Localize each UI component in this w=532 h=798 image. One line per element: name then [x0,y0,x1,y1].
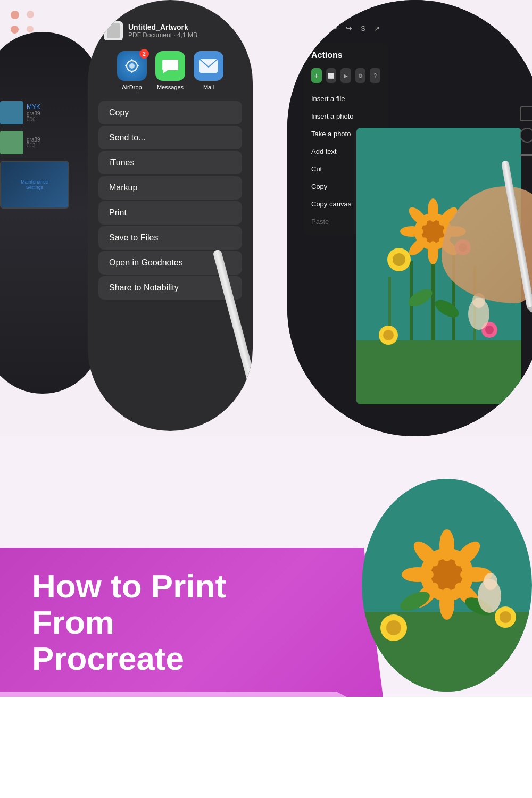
actions-title: Actions [303,48,388,65]
right-procreate-oval: Gallery ↩ ↪ S ↗ ⋯ Actions + ⬜ ▶ ⚙ ? Inse… [287,0,532,436]
messages-label: Messages [157,84,184,90]
svg-point-15 [428,241,438,264]
brush-size-btn[interactable] [520,128,532,143]
dot-4 [27,26,34,32]
help-btn[interactable]: ? [370,68,380,83]
add-btn[interactable]: + [311,68,322,83]
gallery-button[interactable]: Gallery [301,24,322,32]
svg-point-45 [386,620,401,635]
layer-btn[interactable] [520,106,532,121]
svg-point-42 [402,567,434,582]
selection-icon[interactable]: S [361,24,365,32]
mail-icon[interactable] [194,51,223,81]
dot-3 [11,26,19,34]
gallery-thumb-1 [0,101,23,124]
title-line3: Procreate [32,641,226,677]
actions-toolbar-row: + ⬜ ▶ ⚙ ? [303,65,388,86]
gallery-thumb-2 [0,131,23,154]
gallery-item-2: gra39 013 [0,131,85,154]
svg-point-1 [129,63,135,69]
left-tablet-oval: MYK gra39 006 gra39 013 MaintenanceSetti [0,32,101,394]
title-line1: How to Print [32,568,226,604]
redo-icon[interactable]: ↪ [346,24,352,32]
menu-item-save-to-files[interactable]: Save to Files [98,226,242,250]
share-app-airdrop[interactable]: 2 AirDrop [117,51,147,90]
brush-slider[interactable] [520,154,532,156]
share-app-messages[interactable]: Messages [155,51,185,90]
svg-rect-25 [356,340,521,404]
svg-point-40 [439,588,454,620]
bottom-section: How to Print From Procreate [0,543,532,697]
file-type-size: PDF Document · 4,1 MB [128,31,197,39]
dot-2 [27,11,34,18]
svg-point-29 [485,326,494,334]
canvas-btn[interactable]: ⬜ [326,68,337,83]
gallery-sub-2: gra39 [27,137,40,143]
dot-1 [11,11,19,19]
file-icon [104,21,123,40]
white-bottom-area [0,697,532,798]
side-toolbar [520,106,532,162]
file-name: Untitled_Artwork [128,23,197,31]
share-sheet-content: Untitled_Artwork PDF Document · 4,1 MB 2… [88,0,253,431]
messages-icon[interactable] [155,51,185,81]
airdrop-icon[interactable]: 2 [117,51,147,81]
action-insert-file[interactable]: Insert a file [303,90,388,107]
top-section: MYK gra39 006 gra39 013 MaintenanceSetti [0,0,532,436]
share-file-info: Untitled_Artwork PDF Document · 4,1 MB [98,21,242,40]
gallery-label-myk: MYK [27,103,40,111]
file-details: Untitled_Artwork PDF Document · 4,1 MB [128,23,197,39]
svg-point-20 [393,253,405,266]
gallery-item-1: MYK gra39 006 [0,101,85,124]
procreate-toolbar: Gallery ↩ ↪ S ↗ ⋯ [301,24,532,32]
procreate-screen: Gallery ↩ ↪ S ↗ ⋯ Actions + ⬜ ▶ ⚙ ? Inse… [287,0,532,436]
svg-point-11 [428,198,438,222]
menu-item-itunes[interactable]: iTunes [98,151,242,174]
svg-point-47 [500,611,511,623]
center-share-sheet-oval: Untitled_Artwork PDF Document · 4,1 MB 2… [88,0,253,431]
action-insert-photo[interactable]: Insert a photo [303,107,388,125]
share-apps-row: 2 AirDrop Messages Mail [98,51,242,90]
undo-icon[interactable]: ↩ [331,24,337,32]
menu-item-send-to[interactable]: Send to... [98,126,242,149]
artwork-peek-right [362,479,532,692]
menu-item-copy[interactable]: Copy [98,101,242,124]
title-line2: From [32,604,226,641]
prefs-btn[interactable]: ⚙ [355,68,366,83]
title-text: How to Print From Procreate [32,568,226,677]
menu-item-markup[interactable]: Markup [98,176,242,200]
file-icon-inner [107,23,120,38]
menu-item-print[interactable]: Print [98,201,242,225]
gallery-extra-1: 006 [27,117,40,122]
airdrop-label: AirDrop [122,84,142,90]
svg-point-51 [484,573,497,590]
video-btn[interactable]: ▶ [340,68,351,83]
svg-point-36 [439,529,454,561]
gallery-sub-1: gra39 [27,111,40,117]
gallery-list: MYK gra39 006 gra39 013 MaintenanceSetti [0,101,90,209]
gallery-extra-2: 013 [27,143,40,148]
pencil-tip-right [527,306,532,313]
airdrop-badge: 2 [139,49,149,59]
share-app-mail[interactable]: Mail [194,51,223,90]
more-icon[interactable]: ⋯ [525,24,532,32]
mail-label: Mail [203,84,214,90]
svg-point-17 [400,226,423,237]
svg-point-27 [383,330,394,340]
tablet-device-thumbnail: MaintenanceSettings [0,161,69,209]
title-banner: How to Print From Procreate [0,548,383,697]
tablet-screen-label: MaintenanceSettings [21,179,48,190]
transform-icon[interactable]: ↗ [374,24,380,32]
